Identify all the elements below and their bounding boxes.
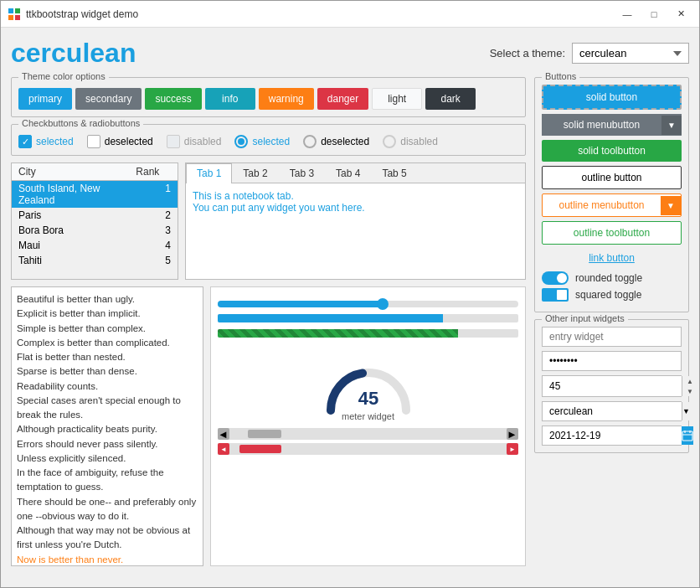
password-field[interactable] — [542, 351, 682, 371]
window-controls: — □ ✕ — [615, 6, 692, 23]
table-row[interactable]: Tahiti 5 — [12, 253, 178, 268]
combobox-input[interactable] — [543, 402, 682, 420]
window-title: ttkbootstrap widget demo — [26, 8, 615, 20]
outline-toolbutton[interactable]: outline toolbutton — [542, 221, 682, 245]
check-radio-row: ✓ selected deselected disabled — [18, 135, 518, 148]
scroll-right-arrow[interactable]: ► — [507, 428, 518, 440]
squared-toggle[interactable] — [542, 288, 569, 302]
btn-danger[interactable]: danger — [317, 88, 368, 110]
city-table[interactable]: City Rank South Island, New Zealand 1 Pa… — [11, 162, 178, 280]
cell-city: Bora Bora — [18, 224, 120, 236]
tab-2[interactable]: Tab 2 — [232, 163, 278, 183]
tab-3[interactable]: Tab 3 — [279, 163, 325, 183]
svg-rect-0 — [8, 8, 13, 13]
table-row[interactable]: Bora Bora 3 — [12, 223, 178, 238]
text-line: There should be one-- and preferably onl… — [17, 495, 198, 524]
checkbox-deselected-icon — [87, 135, 100, 148]
checkbox-disabled-icon — [167, 135, 180, 148]
theme-select-label: Select a theme: — [490, 47, 565, 59]
btn-primary[interactable]: primary — [18, 88, 72, 110]
theme-select[interactable]: cerculean cosmo flatly journal litera lu… — [572, 43, 689, 64]
tab-5[interactable]: Tab 5 — [371, 163, 417, 183]
rounded-toggle-label: rounded toggle — [575, 272, 642, 284]
input-widgets-label: Other input widgets — [542, 313, 628, 323]
text-area[interactable]: Beautiful is better than ugly. Explicit … — [11, 286, 203, 566]
link-button[interactable]: link button — [542, 249, 682, 267]
progress-bar-2 — [218, 329, 518, 338]
outline-button[interactable]: outline button — [542, 166, 682, 189]
spinbox-input[interactable] — [543, 376, 682, 396]
minimize-button[interactable]: — — [615, 6, 639, 23]
table-row[interactable]: Paris 2 — [12, 208, 178, 223]
table-row[interactable]: Maui 4 — [12, 238, 178, 253]
cell-rank: 4 — [120, 240, 171, 251]
btn-secondary[interactable]: secondary — [75, 88, 142, 110]
text-line: Complex is better than complicated. — [17, 336, 198, 350]
progress-bar-1 — [218, 314, 518, 322]
notebook-line1: This is a notebook tab. — [193, 190, 518, 202]
checkbox-deselected-item[interactable]: deselected — [87, 135, 153, 148]
entry-widget[interactable] — [542, 327, 682, 347]
checkbox-selected-item[interactable]: ✓ selected — [18, 135, 74, 148]
text-line: Sparse is better than dense. — [17, 364, 198, 379]
radio-disabled-icon — [383, 135, 396, 148]
input-widgets-section: Other input widgets ▲ ▼ ▼ — [534, 319, 689, 453]
solid-menubutton[interactable]: solid menubutton ▼ — [542, 114, 682, 136]
outline-menubutton-dropdown-icon[interactable]: ▼ — [661, 196, 681, 215]
svg-text:45: 45 — [358, 388, 378, 409]
spinbox-down[interactable]: ▼ — [682, 386, 697, 396]
tab-1[interactable]: Tab 1 — [186, 163, 232, 183]
spinbox-up[interactable]: ▲ — [682, 376, 697, 386]
btn-light[interactable]: light — [372, 88, 422, 110]
text-line: Although that way may not be obvious at … — [17, 524, 198, 553]
datepicker-calendar-btn[interactable] — [682, 426, 693, 445]
checkbox-selected-label: selected — [36, 136, 74, 147]
btn-warning[interactable]: warning — [259, 88, 314, 110]
cell-city: Paris — [18, 209, 120, 221]
combobox-dropdown-btn[interactable]: ▼ — [682, 402, 690, 420]
btn-success[interactable]: success — [145, 88, 201, 110]
btn-dark[interactable]: dark — [425, 88, 476, 110]
progress-fill-2 — [218, 329, 458, 338]
notebook-content: This is a notebook tab. You can put any … — [186, 183, 525, 279]
solid-button[interactable]: solid button — [542, 85, 682, 110]
datepicker-input[interactable] — [543, 426, 682, 445]
text-line: Errors should never pass silently. — [17, 437, 198, 451]
slider-track[interactable] — [218, 301, 518, 307]
tab-4[interactable]: Tab 4 — [325, 163, 371, 183]
text-line: Although practicality beats purity. — [17, 422, 198, 436]
menubutton-dropdown-icon[interactable]: ▼ — [661, 116, 682, 135]
buttons-section: Buttons solid button solid menubutton ▼ … — [534, 77, 689, 312]
scroll2-left-arrow[interactable]: ◄ — [218, 443, 229, 455]
app-title: cerculean — [11, 38, 136, 69]
app-icon — [8, 8, 21, 21]
radio-selected-item[interactable]: selected — [234, 135, 290, 148]
scroll2-right-arrow[interactable]: ► — [507, 443, 518, 455]
text-line: Simple is better than complex. — [17, 322, 198, 336]
btn-info[interactable]: info — [205, 88, 255, 110]
svg-rect-3 — [15, 15, 20, 20]
outline-menubutton[interactable]: outline menubutton ▼ — [542, 193, 682, 217]
maximize-button[interactable]: □ — [642, 6, 666, 23]
meter-widget: 45 meter widget — [322, 348, 414, 421]
squared-toggle-row: squared toggle — [542, 288, 682, 302]
solid-toolbutton[interactable]: solid toolbutton — [542, 140, 682, 162]
text-line: Flat is better than nested. — [17, 350, 198, 364]
checkbox-disabled-item: disabled — [167, 135, 222, 148]
slider-container — [218, 294, 518, 307]
squared-toggle-label: squared toggle — [575, 289, 641, 301]
close-button[interactable]: ✕ — [669, 6, 692, 23]
rounded-toggle[interactable] — [542, 271, 569, 285]
progress-track-2 — [218, 329, 518, 338]
svg-rect-5 — [682, 431, 692, 441]
radio-deselected-label: deselected — [321, 136, 369, 147]
titlebar: ttkbootstrap widget demo — □ ✕ — [1, 1, 699, 28]
scroll2-track[interactable] — [231, 445, 505, 453]
scroll-left-arrow[interactable]: ◄ — [218, 428, 229, 440]
check-radio-label: Checkbuttons & radiobuttons — [18, 118, 143, 128]
table-row[interactable]: South Island, New Zealand 1 — [12, 181, 178, 208]
scroll-track[interactable] — [231, 430, 505, 438]
scroll2-thumb — [239, 445, 281, 453]
buttons-label: Buttons — [542, 71, 579, 81]
radio-deselected-item[interactable]: deselected — [303, 135, 369, 148]
